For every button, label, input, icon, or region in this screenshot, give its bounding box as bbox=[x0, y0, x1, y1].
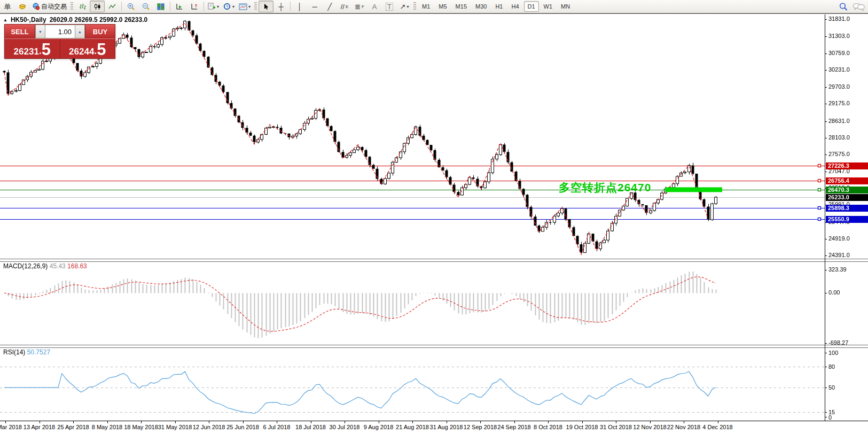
date-tick-mark bbox=[73, 421, 74, 423]
timeframe-button-m30[interactable]: M30 bbox=[472, 1, 490, 12]
arrows-tool-dropdown[interactable]: ↗ ▾ bbox=[397, 1, 412, 12]
toolbar-grip bbox=[71, 2, 73, 11]
axis-tick-mark bbox=[825, 70, 827, 71]
timeframe-button-m5[interactable]: M5 bbox=[435, 1, 450, 12]
cursor-tool-button[interactable] bbox=[259, 1, 273, 12]
zoom-out-icon bbox=[142, 3, 150, 10]
new-order-label: 单 bbox=[4, 3, 11, 10]
price-line-badge: 26233.0 bbox=[826, 194, 868, 201]
axis-tick-mark bbox=[825, 19, 827, 20]
text-tool-button[interactable]: A bbox=[367, 1, 382, 12]
date-axis-label: 13 Apr 2018 bbox=[24, 424, 55, 430]
line-chart-button[interactable] bbox=[105, 1, 120, 12]
rsi-axis-label: 50 bbox=[828, 384, 835, 391]
buy-button[interactable]: BUY bbox=[85, 25, 115, 38]
search-icon[interactable] bbox=[839, 3, 848, 11]
timeframe-group: M1M5M15M30H1H4D1W1MN bbox=[418, 1, 574, 12]
horizontal-line-icon: ─ bbox=[312, 3, 317, 10]
zoom-in-button[interactable] bbox=[123, 1, 138, 12]
timeframe-button-d1[interactable]: D1 bbox=[524, 1, 539, 12]
ohlc-values: 26029.0 26269.5 25992.0 26233.0 bbox=[50, 16, 148, 24]
channel-tool-button[interactable]: // E bbox=[337, 1, 352, 12]
axis-tick-mark bbox=[825, 87, 827, 88]
trendline-tool-button[interactable]: ╱ bbox=[322, 1, 337, 12]
date-axis-label: 12 Jun 2018 bbox=[193, 424, 225, 430]
horizontal-line-tool-button[interactable]: ─ bbox=[307, 1, 322, 12]
sell-price[interactable]: 26231.5 bbox=[5, 39, 60, 58]
mt4-terminal: 单 自动交易 bbox=[0, 0, 868, 434]
axis-tick-mark bbox=[825, 154, 827, 155]
chat-icon[interactable] bbox=[853, 3, 865, 11]
candlestick-chart-button[interactable] bbox=[90, 1, 105, 12]
axis-tick-mark bbox=[825, 255, 827, 256]
chevron-down-icon: ▾ bbox=[217, 4, 219, 9]
date-axis-label: 4 Dec 2018 bbox=[702, 424, 732, 430]
autotrading-button[interactable]: 自动交易 bbox=[30, 1, 69, 12]
toolbox-button[interactable] bbox=[15, 1, 30, 12]
tile-windows-icon bbox=[157, 3, 165, 10]
crosshair-tool-button[interactable]: ┼ bbox=[273, 1, 288, 12]
new-chart-icon bbox=[208, 3, 216, 10]
volume-input[interactable]: 1.00 bbox=[45, 25, 75, 38]
axis-tick-mark bbox=[825, 239, 827, 239]
pane-splitter[interactable] bbox=[0, 259, 868, 262]
date-tick-mark bbox=[277, 421, 277, 423]
date-axis-label: 9 Aug 2018 bbox=[364, 424, 394, 430]
text-label-tool-button[interactable]: T bbox=[382, 1, 397, 12]
new-chart-dropdown[interactable]: ▾ bbox=[206, 1, 221, 12]
timeframe-button-m15[interactable]: M15 bbox=[452, 1, 471, 12]
sell-price-main: 26231 bbox=[14, 46, 39, 57]
timeframe-button-m1[interactable]: M1 bbox=[418, 1, 434, 12]
date-tick-mark bbox=[5, 421, 6, 423]
timeframe-button-mn[interactable]: MN bbox=[557, 1, 574, 12]
new-order-button[interactable]: 单 bbox=[0, 1, 15, 12]
rsi-value: 50.7527 bbox=[27, 348, 50, 356]
equidistant-channel-icon: // bbox=[341, 3, 345, 10]
main-chart-canvas[interactable] bbox=[0, 14, 825, 259]
price-line-badge: 25550.9 bbox=[826, 216, 868, 223]
candlestick-chart-icon bbox=[94, 3, 101, 10]
bar-chart-button[interactable] bbox=[75, 1, 90, 12]
axis-tick-mark bbox=[825, 53, 827, 54]
tile-windows-button[interactable] bbox=[153, 1, 168, 12]
autotrading-label: 自动交易 bbox=[41, 2, 67, 11]
date-axis-label: 12 Sep 2018 bbox=[464, 424, 497, 430]
autotrading-icon bbox=[32, 3, 40, 10]
date-axis-label: 29 Mar 2018 bbox=[0, 424, 22, 430]
macd-pane-canvas[interactable] bbox=[0, 261, 825, 345]
axis-tick-mark bbox=[825, 412, 827, 413]
timeframes-dropdown[interactable]: ▾ bbox=[221, 1, 237, 12]
auto-scroll-icon bbox=[176, 3, 183, 10]
fibonacci-tool-button[interactable]: ≣ F bbox=[352, 1, 367, 12]
timeframe-button-h4[interactable]: H4 bbox=[507, 1, 522, 12]
auto-scroll-button[interactable] bbox=[172, 1, 187, 12]
timeframe-button-h1[interactable]: H1 bbox=[491, 1, 506, 12]
date-axis-label: 25 Apr 2018 bbox=[57, 424, 89, 430]
date-tick-mark bbox=[379, 421, 379, 423]
buy-price[interactable]: 26244.5 bbox=[60, 39, 115, 58]
price-line-badge: 27226.3 bbox=[826, 162, 868, 169]
price-axis-label: 27575.0 bbox=[828, 151, 850, 157]
volume-decrease-button[interactable]: ▼ bbox=[35, 25, 45, 38]
toolbar-separator bbox=[290, 2, 291, 11]
macd-indicator-label: MACD(12,26,9) 45.43 168.63 bbox=[3, 262, 87, 270]
vertical-line-tool-button[interactable]: │ bbox=[292, 1, 307, 12]
pane-splitter[interactable] bbox=[0, 345, 868, 348]
axis-tick-mark bbox=[825, 417, 827, 417]
macd-value-signal: 168.63 bbox=[67, 262, 87, 270]
rsi-pane-canvas[interactable] bbox=[0, 347, 825, 421]
macd-axis-label: 0.00 bbox=[828, 289, 840, 296]
date-tick-mark bbox=[480, 421, 481, 423]
date-tick-mark bbox=[311, 421, 311, 423]
channel-sub-label: E bbox=[346, 3, 348, 10]
zoom-out-button[interactable] bbox=[138, 1, 153, 12]
date-tick-mark bbox=[175, 421, 176, 423]
date-tick-mark bbox=[345, 421, 345, 423]
volume-increase-button[interactable]: ▲ bbox=[75, 25, 85, 38]
trendline-icon: ╱ bbox=[327, 3, 332, 10]
timeframe-button-w1[interactable]: W1 bbox=[540, 1, 557, 12]
templates-dropdown[interactable]: ▾ bbox=[237, 1, 253, 12]
chart-shift-button[interactable] bbox=[187, 1, 202, 12]
sell-button[interactable]: SELL bbox=[5, 25, 35, 38]
sell-price-pip: 5 bbox=[42, 43, 51, 57]
